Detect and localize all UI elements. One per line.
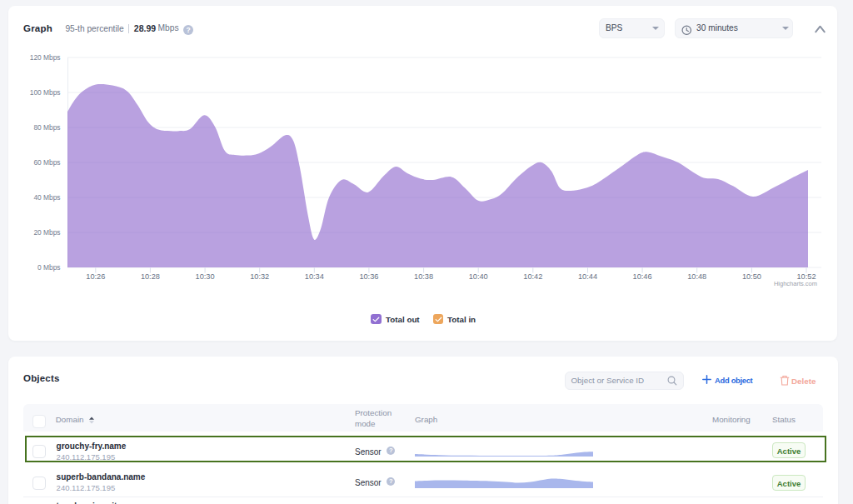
svg-text:10:46: 10:46 [633,272,652,281]
svg-text:10:26: 10:26 [86,272,105,281]
svg-text:10:34: 10:34 [305,272,324,281]
svg-text:10:40: 10:40 [469,272,488,281]
svg-text:10:42: 10:42 [523,272,542,281]
svg-text:10:32: 10:32 [250,272,269,281]
svg-text:20 Mbps: 20 Mbps [33,228,60,237]
svg-text:120 Mbps: 120 Mbps [30,53,61,62]
svg-text:10:28: 10:28 [141,272,160,281]
svg-text:80 Mbps: 80 Mbps [33,123,60,132]
svg-text:60 Mbps: 60 Mbps [33,158,60,167]
svg-text:40 Mbps: 40 Mbps [33,193,60,202]
svg-text:10:38: 10:38 [414,272,433,281]
svg-text:100 Mbps: 100 Mbps [30,88,61,97]
svg-text:10:30: 10:30 [196,272,215,281]
svg-text:Highcharts.com: Highcharts.com [774,280,817,287]
svg-text:10:48: 10:48 [687,272,706,281]
svg-text:10:50: 10:50 [742,272,761,281]
svg-text:0 Mbps: 0 Mbps [37,263,60,272]
svg-text:10:44: 10:44 [578,272,597,281]
svg-text:10:36: 10:36 [359,272,378,281]
